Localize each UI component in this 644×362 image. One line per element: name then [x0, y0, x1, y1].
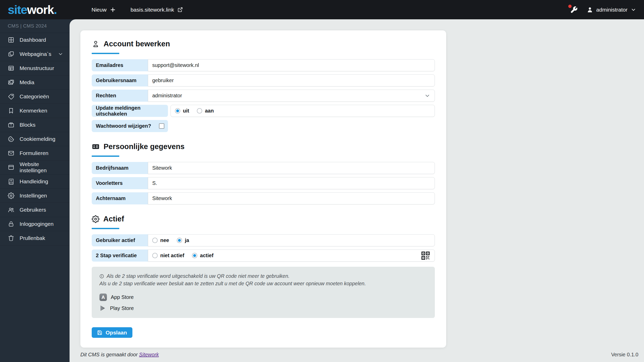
sidebar-item-cookiemelding[interactable]: Cookiemelding — [0, 132, 70, 146]
sidebar-item-label: Website instellingen — [20, 161, 63, 174]
sidebar-item-prullenbak[interactable]: Prullenbak — [0, 231, 70, 245]
radio-unselected-icon[interactable] — [152, 238, 158, 243]
lastname-input[interactable]: Sitework — [148, 192, 435, 204]
play-store-link[interactable]: Play Store — [99, 305, 427, 312]
two-step-row: 2 Stap verificatie niet actief actief — [92, 249, 435, 262]
radio-option-aan[interactable]: aan — [197, 108, 214, 114]
initials-label: Voorletters — [92, 177, 148, 189]
initials-input[interactable]: S. — [148, 177, 435, 189]
change-password-label-box: Wachtwoord wijzigen? — [92, 120, 168, 132]
maintenance-wrench-button[interactable] — [570, 6, 578, 14]
sidebar-item-label: Menustructuur — [20, 65, 54, 71]
gear-icon — [92, 215, 99, 223]
chevron-down-icon — [424, 93, 430, 99]
mail-icon — [8, 150, 14, 157]
sidebar-item-label: Handleiding — [20, 178, 48, 185]
radio-option-actief[interactable]: actief — [192, 253, 213, 258]
rights-label: Rechten — [92, 90, 148, 102]
sidebar-item-menustructuur[interactable]: Menustructuur — [0, 61, 70, 75]
sidebar-item-formulieren[interactable]: Formulieren — [0, 146, 70, 160]
sidebar-item-label: Prullenbak — [20, 235, 45, 241]
new-menu-button[interactable]: Nieuw — [91, 7, 115, 13]
sidebar-item-dashboard[interactable]: Dashboard — [0, 33, 70, 47]
sidebar-item-instellingen[interactable]: Instellingen — [0, 189, 70, 203]
change-password-label: Wachtwoord wijzigen? — [96, 123, 151, 129]
sidebar-item-categorieen[interactable]: Categorieën — [0, 90, 70, 104]
sidebar-item-webpaginas[interactable]: Webpagina`s — [0, 47, 70, 61]
sidebar-item-gebruikers[interactable]: Gebruikers — [0, 203, 70, 217]
email-row: Emailadres support@sitework.nl — [92, 59, 435, 71]
rights-row: Rechten administrator — [92, 90, 435, 102]
rights-select[interactable]: administrator — [148, 90, 435, 102]
lastname-label: Achternaam — [92, 192, 148, 204]
info-text: Als u de 2 stap verificatie weer besluit… — [99, 280, 366, 287]
section-header-personal: Persoonlijke gegevens — [92, 142, 435, 151]
radio-unselected-icon[interactable] — [197, 108, 202, 114]
tag-icon — [8, 93, 14, 100]
two-step-field: niet actief actief — [148, 249, 435, 262]
sidebar-item-label: Webpagina`s — [20, 51, 51, 57]
section-header-account: Account bewerken — [92, 40, 435, 48]
trash-icon — [8, 235, 14, 242]
update-notifications-field: uit aan — [171, 105, 435, 117]
company-input[interactable]: Sitework — [148, 162, 435, 174]
radio-option-ja[interactable]: ja — [177, 237, 189, 243]
two-step-info-box: Als de 2 stap verificatie word uitgescha… — [92, 267, 435, 318]
radio-option-label: niet actief — [160, 253, 184, 258]
username-input[interactable]: gebruiker — [148, 74, 435, 87]
radio-option-nee[interactable]: nee — [152, 237, 169, 243]
site-link[interactable]: basis.sitework.link — [131, 7, 183, 13]
user-name: administrator — [596, 7, 628, 13]
book-icon — [8, 178, 14, 185]
user-icon — [587, 6, 593, 13]
user-menu[interactable]: administrator — [587, 6, 636, 13]
sidebar-item-label: Inlogpogingen — [20, 221, 54, 227]
radio-unselected-icon[interactable] — [152, 253, 158, 258]
new-menu-label: Nieuw — [91, 7, 106, 13]
sidebar: CMS | CMS 2024 Dashboard Webpagina`s Men… — [0, 19, 70, 362]
sitework-logo[interactable]: sitework. — [8, 3, 57, 17]
logo-part-dot: . — [54, 3, 57, 16]
chevron-down-icon[interactable] — [58, 51, 63, 57]
radio-option-niet-actief[interactable]: niet actief — [152, 253, 184, 258]
topbar-nav: Nieuw basis.sitework.link — [91, 7, 183, 13]
radio-selected-icon[interactable] — [175, 108, 180, 114]
radio-option-label: actief — [200, 253, 213, 258]
sidebar-item-inlogpogingen[interactable]: Inlogpogingen — [0, 217, 70, 231]
section-title: Persoonlijke gegevens — [104, 142, 184, 151]
sidebar-item-media[interactable]: Media — [0, 75, 70, 90]
radio-selected-icon[interactable] — [177, 238, 182, 243]
initials-row: Voorletters S. — [92, 177, 435, 189]
save-button-label: Opslaan — [106, 330, 127, 336]
radio-selected-icon[interactable] — [192, 253, 197, 258]
info-text: Als de 2 stap verificatie word uitgescha… — [107, 273, 290, 279]
footer-sitework-link[interactable]: Sitework — [139, 352, 159, 357]
app-store-link[interactable]: A App Store — [99, 294, 427, 301]
footer-version: Versie 0.1.0 — [611, 352, 638, 358]
radio-option-uit[interactable]: uit — [175, 108, 189, 114]
footer-credit: Dit CMS is gemaakt door Sitework — [80, 352, 159, 358]
sidebar-item-label: Media — [20, 79, 34, 85]
sidebar-item-label: Dashboard — [20, 37, 46, 43]
pages-icon — [8, 51, 14, 57]
sidebar-item-handleiding[interactable]: Handleiding — [0, 175, 70, 189]
email-input[interactable]: support@sitework.nl — [148, 59, 435, 71]
gear-icon — [8, 192, 14, 199]
two-step-label: 2 Stap verificatie — [92, 249, 148, 262]
sidebar-item-blocks[interactable]: Blocks — [0, 118, 70, 132]
sidebar-item-label: Categorieën — [20, 93, 49, 100]
sidebar-item-website-instellingen[interactable]: Website instellingen — [0, 160, 70, 175]
save-button[interactable]: Opslaan — [92, 327, 132, 338]
two-step-radio-group: niet actief actief — [152, 253, 214, 258]
menu-structure-icon — [8, 65, 14, 72]
user-active-label: Gebruiker actief — [92, 234, 148, 246]
radio-option-label: nee — [160, 237, 169, 243]
notification-dot — [568, 5, 572, 8]
qr-code-icon[interactable] — [421, 251, 430, 261]
lastname-row: Achternaam Sitework — [92, 192, 435, 204]
sidebar-item-kenmerken[interactable]: Kenmerken — [0, 104, 70, 118]
change-password-checkbox[interactable] — [159, 123, 164, 129]
sidebar-item-label: Gebruikers — [20, 207, 46, 213]
app-store-icon: A — [99, 294, 107, 301]
app-store-label: App Store — [111, 294, 134, 300]
